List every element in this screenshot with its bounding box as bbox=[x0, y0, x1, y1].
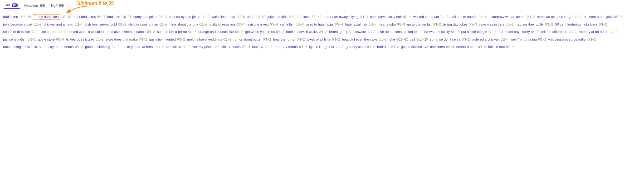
keyword-text[interactable]: child refuses bbox=[221, 45, 241, 49]
keyword-text[interactable]: dish best served cold bbox=[85, 22, 117, 26]
keyword-text[interactable]: orders a beer bbox=[456, 45, 477, 49]
keyword-text[interactable]: joke become a dad bbox=[3, 22, 32, 26]
keyword-text[interactable]: jokes bbox=[301, 15, 309, 19]
keyword-text[interactable]: dad bbox=[247, 15, 253, 19]
keyword-text[interactable]: melons have weddings bbox=[187, 37, 222, 41]
keyword-text[interactable]: hole in one bbox=[488, 45, 505, 49]
keyword-text[interactable]: resisting a rest bbox=[246, 22, 269, 26]
keyword-text[interactable]: orange and sounds like bbox=[198, 30, 234, 34]
keyword-text[interactable]: outstanding in his field bbox=[3, 45, 37, 49]
keyword-text[interactable]: store does that make bbox=[106, 37, 138, 41]
keyword-range: 0/2–4 bbox=[241, 45, 250, 49]
keyword-item: walks into a bar 0/2–6 bbox=[212, 13, 245, 21]
keyword-text[interactable]: grocery store bbox=[346, 45, 366, 49]
keyword-text[interactable]: corny dad jokes bbox=[133, 15, 157, 19]
keyword-range: 0/1–2 bbox=[31, 30, 39, 34]
keyword-text[interactable]: got so excited bbox=[401, 45, 422, 49]
keyword-text[interactable]: call bbox=[410, 37, 415, 41]
keyword-text[interactable]: call a fake noodle bbox=[451, 15, 477, 19]
keyword-text[interactable]: rumor about butter bbox=[233, 37, 262, 41]
keyword-text[interactable]: sounds like a parrot bbox=[157, 30, 187, 34]
keyword-text[interactable]: best corny dad jokes bbox=[169, 15, 200, 19]
keyword-text[interactable]: peter pan always flying bbox=[324, 15, 358, 19]
keyword-text[interactable]: forrest gump's password bbox=[329, 30, 366, 34]
tab-headings[interactable]: Headings 5 bbox=[22, 2, 47, 8]
keyword-text[interactable]: become a dad joke bbox=[584, 15, 613, 19]
keyword-range: 0/1–2 bbox=[530, 30, 539, 34]
keyword-text[interactable]: ordered a chicken bbox=[472, 37, 499, 41]
keyword-range: 0/1–3 bbox=[57, 30, 66, 34]
keyword-item: brown and sticky 0/1–2 bbox=[424, 28, 459, 36]
keyword-text[interactable]: faux pa bbox=[252, 45, 263, 49]
keyword-text[interactable]: jokes for kids bbox=[267, 15, 287, 19]
keyword-text[interactable]: sense of direction bbox=[3, 30, 30, 34]
keyword-text[interactable]: good at sleeping bbox=[85, 45, 110, 49]
keyword-range: 0/1–2 bbox=[222, 38, 231, 41]
keyword-text[interactable]: sorry we don't serve bbox=[430, 37, 461, 41]
keyword-text[interactable]: bad dad bbox=[377, 45, 389, 49]
keyword-range: 0/2–4 bbox=[236, 23, 244, 26]
keyword-text[interactable]: go to the dentist bbox=[407, 22, 432, 26]
keyword-text[interactable]: robbery at an apple bbox=[579, 30, 608, 34]
keyword-text[interactable]: guilty of resisting bbox=[209, 22, 235, 26]
keyword-text[interactable]: walks into a bar bbox=[212, 15, 235, 19]
keyword-text[interactable]: tell the difference bbox=[541, 30, 567, 34]
keyword-range: 0/1–4 bbox=[155, 45, 164, 49]
keyword-text[interactable]: guy who invented bbox=[149, 37, 176, 41]
keyword-text[interactable]: call a fish bbox=[280, 22, 294, 26]
keyword-text[interactable]: hear the rumor bbox=[273, 37, 295, 41]
keyword-text[interactable]: say to the beach bbox=[48, 45, 74, 49]
keyword-text[interactable]: brown and sticky bbox=[424, 30, 450, 34]
keyword-text[interactable]: telling dad jokes bbox=[443, 22, 467, 26]
keyword-text[interactable]: ten tickles bbox=[166, 45, 181, 49]
keyword-text[interactable]: used to hate facial bbox=[306, 22, 334, 26]
tab-all[interactable]: All 80 bbox=[3, 2, 21, 9]
keyword-text[interactable]: beautiful even the cake bbox=[342, 37, 377, 41]
keyword-text[interactable]: hear about the guy bbox=[169, 22, 198, 26]
keyword-text[interactable]: make a kleenex dance bbox=[111, 30, 146, 34]
keyword-text[interactable]: wedding was so beautiful bbox=[548, 37, 586, 41]
keyword-text[interactable]: put a little boogie bbox=[461, 30, 487, 34]
keyword-text[interactable]: nap are they guilty bbox=[516, 22, 544, 26]
keyword-text[interactable]: jokes of all time bbox=[307, 37, 331, 41]
keyword-text[interactable]: dad jokes bbox=[3, 15, 18, 19]
keyword-text[interactable]: one liners bbox=[430, 45, 445, 49]
keyword-text[interactable]: joke about construction bbox=[378, 30, 413, 34]
keyword-text[interactable]: child refuses to nap bbox=[128, 22, 158, 26]
keyword-item: sorry we don't serve 0/1–2 bbox=[430, 36, 470, 43]
keyword-text[interactable]: wet my plants bbox=[192, 45, 213, 49]
keyword-text[interactable]: bees have sticky hair bbox=[370, 15, 402, 19]
keyword-text[interactable]: walked into a bar bbox=[413, 15, 439, 19]
keyword-text[interactable]: scarecrow win an award bbox=[489, 15, 525, 19]
keyword-text[interactable]: cake was in tiers bbox=[479, 22, 504, 26]
keyword-item: walked into a bar 0/1–3 bbox=[413, 13, 449, 21]
keyword-text[interactable]: tickles does it take bbox=[66, 37, 94, 41]
keyword-text[interactable]: chicken and an egg bbox=[43, 22, 73, 26]
keyword-text[interactable]: igloos it together bbox=[309, 45, 334, 49]
keyword-text[interactable]: hear a joke bbox=[379, 22, 396, 26]
keyword-text[interactable]: get when you cross bbox=[245, 30, 275, 34]
keyword-text[interactable]: joke bbox=[389, 37, 395, 41]
keyword-item: bartender says sorry 0/1–2 bbox=[499, 28, 539, 36]
keyword-item: jokes 1/29–42 bbox=[301, 13, 321, 21]
keyword-text[interactable]: february march bbox=[275, 45, 297, 49]
keyword-text[interactable]: well i'm not going bbox=[511, 37, 537, 41]
keyword-text[interactable]: ice cream bbox=[41, 30, 56, 34]
keyword-text[interactable]: ham sandwich walks bbox=[286, 30, 318, 34]
keyword-text[interactable]: bartender says sorry bbox=[499, 30, 530, 34]
keyword-text[interactable]: justice is a dish bbox=[3, 37, 26, 41]
keyword-item: wedding was so beautiful 0/1–2 bbox=[548, 36, 596, 43]
keyword-range: 0/1–2 bbox=[146, 30, 155, 34]
keyword-item: hate facial hair 0/2–4 bbox=[345, 21, 377, 28]
keyword-text[interactable]: served warm it would bbox=[68, 30, 100, 34]
keyword-text[interactable]: funny dad jokes bbox=[33, 14, 60, 19]
keyword-text[interactable]: 50 cent featuring nickelback bbox=[555, 22, 598, 26]
keyword-text[interactable]: make you an iwitness bbox=[122, 45, 154, 49]
keyword-item: 50 cent featuring nickelback 0/1–2 bbox=[555, 21, 607, 28]
keyword-text[interactable]: apple store bbox=[38, 37, 55, 41]
tab-headings-badge: 5 bbox=[40, 4, 45, 7]
keyword-text[interactable]: hate facial hair bbox=[345, 22, 367, 26]
keyword-item: dad jokes 1/24–40 bbox=[3, 13, 31, 21]
keyword-item: put a little boogie 0/1–4 bbox=[461, 28, 496, 36]
keyword-text[interactable]: make an octopus laugh bbox=[537, 15, 572, 19]
